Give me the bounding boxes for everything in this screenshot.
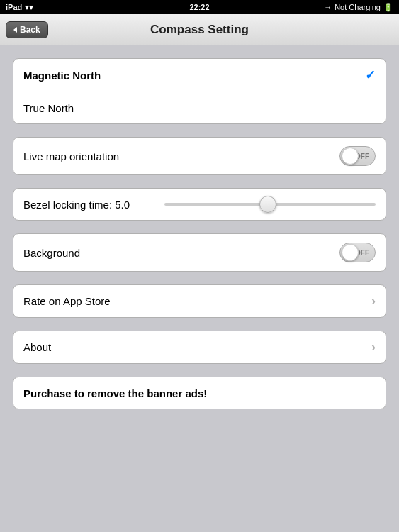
about-chevron-icon: › [371,340,376,355]
charging-label: Not Charging [335,3,381,11]
magnetic-north-row[interactable]: Magnetic North ✓ [13,59,386,92]
background-label: Background [23,247,80,259]
location-icon: → [324,3,332,11]
device-label: iPad [6,3,22,11]
live-map-toggle-knob [342,148,359,165]
live-map-row[interactable]: Live map orientation OFF [13,138,386,174]
about-section: About › [13,331,386,364]
true-north-label: True North [23,102,74,114]
wifi-icon: ▾▾ [25,3,33,12]
bezel-slider-thumb[interactable] [259,196,276,213]
background-toggle-switch[interactable]: OFF [339,243,376,262]
settings-content: Magnetic North ✓ True North Live map ori… [0,45,399,422]
rate-section: Rate on App Store › [13,284,386,318]
live-map-toggle-switch[interactable]: OFF [339,146,376,166]
bezel-section: Bezel locking time: 5.0 [13,188,386,221]
background-toggle-knob [342,244,359,261]
page-title: Compass Setting [150,23,249,37]
live-map-section: Live map orientation OFF [13,137,386,175]
bezel-slider-track [164,203,376,206]
north-section: Magnetic North ✓ True North [13,58,386,124]
back-button[interactable]: Back [6,21,48,38]
rate-row[interactable]: Rate on App Store › [13,285,386,317]
bezel-label: Bezel locking time: 5.0 [23,199,130,211]
background-toggle[interactable]: OFF [339,243,376,262]
magnetic-north-label: Magnetic North [23,70,101,82]
magnetic-north-check: ✓ [365,67,376,83]
background-section: Background OFF [13,233,386,272]
purchase-row[interactable]: Purchase to remove the banner ads! [13,377,386,409]
purchase-label: Purchase to remove the banner ads! [23,387,207,399]
true-north-row[interactable]: True North [13,92,386,123]
nav-bar: Back Compass Setting [0,14,399,45]
rate-label: Rate on App Store [23,295,111,307]
live-map-toggle[interactable]: OFF [339,146,376,166]
background-row[interactable]: Background OFF [13,234,386,271]
rate-chevron-icon: › [371,294,376,309]
bezel-row: Bezel locking time: 5.0 [13,189,386,220]
status-bar-time: 22:22 [189,3,209,11]
about-label: About [23,341,51,353]
status-bar-left: iPad ▾▾ [6,3,33,12]
purchase-section: Purchase to remove the banner ads! [13,377,386,409]
status-bar-right: → Not Charging 🔋 [324,3,393,12]
about-row[interactable]: About › [13,331,386,363]
live-map-label: Live map orientation [23,150,119,162]
status-bar: iPad ▾▾ 22:22 → Not Charging 🔋 [0,0,399,14]
battery-icon: 🔋 [383,3,393,12]
bezel-slider-container [164,203,376,206]
